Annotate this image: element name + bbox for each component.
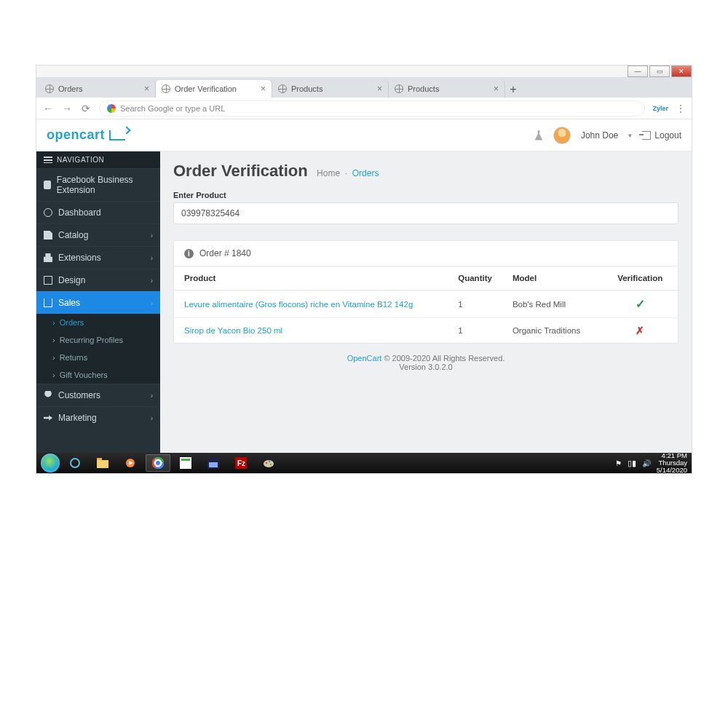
cell-verification: ✓ — [602, 290, 678, 318]
breadcrumb-item[interactable]: Home — [317, 168, 340, 178]
chevron-right-icon: › — [151, 254, 153, 262]
tray-network-icon[interactable]: ▯▮ — [628, 459, 636, 468]
order-table: Product Quantity Model Verification Levu… — [174, 266, 678, 343]
tray-sound-icon[interactable]: 🔊 — [642, 459, 651, 467]
taskbar-app-icon[interactable] — [201, 454, 226, 472]
chevron-right-icon: › — [151, 232, 153, 240]
svg-point-0 — [71, 459, 79, 467]
developer-icon[interactable] — [534, 130, 543, 141]
taskbar-mediaplayer-icon[interactable] — [118, 454, 143, 472]
extension-badge[interactable]: Zyler — [652, 105, 668, 112]
cart-icon — [44, 298, 52, 307]
taskbar-filezilla-icon[interactable]: Fz — [229, 454, 253, 472]
hamburger-icon — [44, 157, 52, 163]
sidebar-item-label: Design — [58, 275, 85, 285]
sidebar-item-facebook[interactable]: Facebook Business Extension — [36, 168, 160, 201]
tab-close-icon[interactable]: × — [144, 84, 149, 94]
user-icon — [44, 391, 52, 400]
facebook-icon — [44, 181, 51, 189]
sidebar-sub-recurring[interactable]: › Recurring Profiles — [36, 331, 160, 349]
chevron-right-icon: › — [151, 414, 153, 422]
footer-text: © 2009-2020 All Rights Reserved. — [384, 354, 505, 363]
tray-flag-icon[interactable]: ⚑ — [615, 459, 622, 467]
monitor-icon — [44, 276, 52, 285]
google-icon — [107, 104, 116, 113]
sidebar-item-catalog[interactable]: Catalog › — [36, 223, 160, 246]
footer-link[interactable]: OpenCart — [347, 354, 382, 363]
svg-rect-1 — [97, 460, 108, 468]
window-minimize-button[interactable]: — — [628, 66, 648, 77]
order-panel: i Order # 1840 Product Quantity Model Ve… — [173, 240, 678, 344]
tab-close-icon[interactable]: × — [377, 84, 382, 94]
col-quantity: Quantity — [448, 266, 502, 290]
sidebar-item-label: Extensions — [58, 253, 101, 263]
table-row: Sirop de Yacon Bio 250 ml1Organic Tradit… — [174, 318, 678, 344]
chevron-right-icon: › — [52, 318, 55, 327]
sidebar-sub-returns[interactable]: › Returns — [36, 349, 160, 366]
tab-label: Products — [291, 84, 323, 93]
browser-tab-1[interactable]: Order Verification × — [156, 80, 272, 98]
sidebar-item-marketing[interactable]: Marketing › — [36, 406, 160, 429]
globe-icon — [162, 84, 170, 93]
sidebar-item-dashboard[interactable]: Dashboard — [36, 201, 160, 223]
sidebar-item-label: Customers — [58, 390, 100, 400]
chevron-right-icon: › — [151, 277, 153, 285]
tab-close-icon[interactable]: × — [261, 84, 266, 94]
browser-tab-2[interactable]: Products × — [272, 80, 389, 98]
svg-rect-2 — [97, 458, 102, 460]
taskbar-explorer-icon[interactable] — [90, 454, 115, 472]
logout-button[interactable]: Logout — [642, 130, 681, 141]
footer: OpenCart © 2009-2020 All Rights Reserved… — [173, 354, 678, 371]
check-icon: ✓ — [636, 298, 645, 310]
product-link[interactable]: Levure alimentaire (Gros flocons) riche … — [184, 300, 413, 309]
sidebar-item-sales[interactable]: Sales › — [36, 291, 160, 314]
avatar[interactable] — [553, 127, 571, 144]
opencart-logo[interactable]: opencart — [47, 127, 125, 143]
window-close-button[interactable]: ✕ — [671, 66, 692, 77]
taskbar-paint-icon[interactable] — [256, 454, 281, 472]
globe-icon — [45, 84, 54, 93]
reload-button[interactable]: ⟳ — [80, 103, 92, 114]
browser-tab-0[interactable]: Orders × — [39, 80, 156, 98]
taskbar-chrome-icon[interactable] — [146, 454, 170, 472]
browser-menu-icon[interactable]: ⋮ — [676, 103, 686, 114]
sidebar: NAVIGATION Facebook Business Extension D… — [36, 151, 160, 453]
browser-tab-3[interactable]: Products × — [389, 80, 505, 98]
chevron-down-icon: ▾ — [628, 132, 632, 139]
user-name[interactable]: John Doe — [581, 130, 618, 141]
svg-point-9 — [156, 461, 160, 465]
url-bar[interactable]: Search Google or type a URL — [99, 100, 645, 116]
footer-version: Version 3.0.2.0 — [399, 363, 452, 371]
sidebar-sub-giftvouchers[interactable]: › Gift Vouchers — [36, 366, 160, 384]
panel-heading: i Order # 1840 — [174, 241, 678, 266]
taskbar-app-icon[interactable] — [173, 454, 198, 472]
sidebar-item-label: Marketing — [58, 413, 97, 423]
info-icon: i — [184, 249, 194, 258]
start-button[interactable] — [41, 454, 60, 472]
sidebar-item-label: Sales — [58, 298, 80, 308]
product-link[interactable]: Sirop de Yacon Bio 250 ml — [184, 326, 282, 335]
new-tab-button[interactable]: + — [505, 82, 521, 98]
forward-button[interactable]: → — [61, 103, 73, 114]
window-maximize-button[interactable]: ▭ — [649, 66, 670, 77]
logo-text: opencart — [47, 127, 105, 143]
back-button[interactable]: ← — [42, 103, 54, 114]
sidebar-sub-orders[interactable]: › Orders — [36, 314, 160, 331]
table-row: Levure alimentaire (Gros flocons) riche … — [174, 290, 678, 318]
taskbar-ie-icon[interactable] — [63, 454, 87, 472]
system-clock[interactable]: 4:21 PM Thursday 5/14/2020 — [657, 452, 687, 474]
sidebar-item-extensions[interactable]: Extensions › — [36, 246, 160, 269]
system-tray[interactable]: ⚑ ▯▮ 🔊 4:21 PM Thursday 5/14/2020 — [615, 452, 687, 474]
url-bar-placeholder: Search Google or type a URL — [120, 104, 225, 113]
breadcrumb: Home · Orders — [317, 168, 379, 178]
browser-tab-strip: Orders × Order Verification × Products ×… — [36, 77, 692, 98]
app-header: opencart John Doe ▾ Logout — [36, 119, 692, 151]
panel-heading-label: Order # 1840 — [199, 248, 251, 258]
sidebar-item-design[interactable]: Design › — [36, 269, 160, 291]
cell-quantity: 1 — [448, 318, 502, 344]
svg-point-18 — [269, 461, 271, 463]
breadcrumb-item[interactable]: Orders — [352, 168, 379, 178]
product-input[interactable] — [173, 202, 678, 224]
sidebar-item-customers[interactable]: Customers › — [36, 384, 160, 406]
tab-close-icon[interactable]: × — [494, 84, 499, 94]
